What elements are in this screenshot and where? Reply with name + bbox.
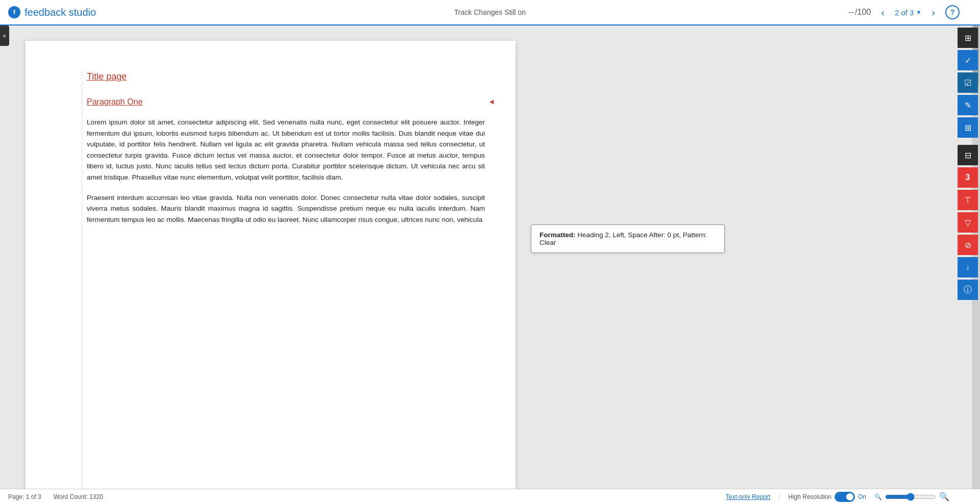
- page-count: Page: 1 of 3: [8, 493, 41, 500]
- left-sidebar-toggle[interactable]: ≡: [0, 26, 9, 46]
- grid-button[interactable]: ⊞: [958, 117, 978, 138]
- checkbox-icon: ☑: [964, 78, 971, 88]
- zoom-area: 🔍 🔍: [874, 492, 949, 501]
- score-area: - - /100: [848, 8, 871, 17]
- logo-icon: f: [8, 6, 20, 18]
- formatted-popup: Formatted: Heading 2, Left, Space After:…: [531, 224, 725, 253]
- no-entry-icon: ⊘: [965, 240, 971, 250]
- main-area: Title page Paragraph One Lorem ipsum dol…: [0, 26, 980, 489]
- high-resolution-label: High Resolution: [788, 493, 831, 500]
- document-paragraph-1: Lorem ipsum dolor sit amet, consectetur …: [87, 117, 485, 183]
- nav-next-button[interactable]: ›: [927, 5, 939, 20]
- high-resolution-toggle[interactable]: [835, 492, 855, 502]
- checkbox-button[interactable]: ☑: [958, 72, 978, 93]
- help-button[interactable]: ?: [945, 5, 960, 19]
- document-title: Title page: [87, 71, 485, 82]
- layers-dark-icon: ⊟: [965, 150, 971, 160]
- score-dashes: - -: [848, 8, 853, 17]
- right-status: Text-only Report | High Resolution On 🔍 …: [726, 492, 949, 502]
- toggle-on-label: On: [858, 493, 866, 500]
- badge-3-button[interactable]: 3: [958, 167, 978, 188]
- grid-icon: ⊞: [965, 123, 971, 133]
- high-resolution-toggle-container: High Resolution On: [788, 492, 866, 502]
- layers-icon: ⊞: [965, 33, 971, 43]
- document-area: Title page Paragraph One Lorem ipsum dol…: [0, 26, 980, 489]
- header: f feedback studio Track Changes Still on…: [0, 0, 980, 26]
- badge-3-icon: 3: [966, 173, 970, 182]
- download-button[interactable]: ↓: [958, 257, 978, 278]
- paper: Title page Paragraph One Lorem ipsum dol…: [26, 41, 516, 489]
- zoom-in-icon: 🔍: [939, 492, 949, 501]
- zoom-out-icon: 🔍: [874, 493, 882, 500]
- separator: |: [778, 493, 780, 500]
- sidebar-toggle-icon: ≡: [3, 33, 6, 39]
- text-only-report-link[interactable]: Text-only Report: [726, 493, 770, 500]
- page-indicator-text: 2 of 3: [895, 8, 914, 17]
- page-indicator[interactable]: 2 of 3 ▼: [895, 8, 921, 17]
- layers-icon-button[interactable]: ⊞: [958, 28, 978, 48]
- edit-icon: ✎: [965, 100, 971, 110]
- filter-button[interactable]: ⊤: [958, 190, 978, 210]
- funnel-icon: ▽: [965, 218, 971, 228]
- track-changes-notice: Track Changes Still on: [454, 8, 526, 16]
- zoom-slider[interactable]: [885, 493, 936, 501]
- score-total: /100: [855, 8, 871, 17]
- edit-button[interactable]: ✎: [958, 95, 978, 115]
- check-circle-button[interactable]: ✓: [958, 50, 978, 70]
- toolbar-gap: [958, 140, 980, 144]
- document-paragraph-2: Praesent interdum accumsan leo vitae gra…: [87, 192, 485, 225]
- chevron-down-icon: ▼: [916, 9, 921, 15]
- check-circle-icon: ✓: [965, 56, 971, 65]
- info-button[interactable]: ⓘ: [958, 280, 978, 300]
- document-heading-one: Paragraph One: [87, 97, 485, 107]
- formatted-label: Formatted:: [540, 231, 576, 239]
- header-right-controls: - - /100 ‹ 2 of 3 ▼ › ?: [848, 5, 960, 20]
- statusbar: Page: 1 of 3 Word Count: 1320 Text-only …: [0, 489, 980, 504]
- app-title: feedback studio: [24, 7, 96, 18]
- layers-dark-button[interactable]: ⊟: [958, 145, 978, 165]
- filter-icon: ⊤: [964, 195, 971, 205]
- nav-prev-button[interactable]: ‹: [877, 5, 889, 20]
- no-entry-button[interactable]: ⊘: [958, 235, 978, 255]
- info-icon: ⓘ: [964, 285, 972, 295]
- logo-area: f feedback studio: [0, 6, 104, 18]
- left-border-line: [82, 71, 82, 489]
- download-icon: ↓: [966, 263, 970, 272]
- word-count: Word Count: 1320: [54, 493, 103, 500]
- right-toolbar: ⊞ ✓ ☑ ✎ ⊞ ⊟ 3 ⊤ ▽ ⊘ ↓: [958, 26, 980, 301]
- funnel-button[interactable]: ▽: [958, 212, 978, 233]
